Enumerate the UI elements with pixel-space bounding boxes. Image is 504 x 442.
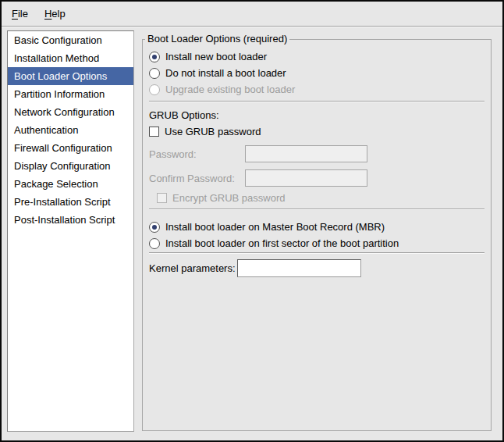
sidebar-item-network-configuration[interactable]: Network Configuration [8, 103, 133, 121]
sidebar-item-basic-configuration[interactable]: Basic Configuration [8, 31, 133, 49]
password-label: Password: [149, 148, 245, 160]
grub-options-label: GRUB Options: [149, 107, 484, 123]
separator [149, 252, 484, 254]
radio-icon [149, 238, 160, 249]
radio-label: Install boot loader on Master Boot Recor… [165, 221, 385, 233]
checkbox-use-grub-password[interactable]: Use GRUB password [149, 123, 484, 140]
radio-label: Do not install a boot loader [165, 67, 286, 79]
checkbox-encrypt-grub-password: Encrypt GRUB password [157, 190, 484, 206]
checkbox-icon [149, 127, 159, 137]
separator [149, 209, 484, 210]
kernel-parameters-label: Kernel parameters: [149, 262, 237, 274]
sidebar-item-installation-method[interactable]: Installation Method [8, 49, 133, 67]
sidebar-item-pre-installation-script[interactable]: Pre-Installation Script [8, 193, 133, 211]
sidebar-item-boot-loader-options[interactable]: Boot Loader Options [8, 67, 133, 85]
menu-file-rest: ile [18, 8, 28, 20]
radio-icon [149, 68, 160, 79]
password-input [245, 145, 367, 162]
menu-file-accel: F [12, 8, 18, 20]
radio-label: Install boot loader on first sector of t… [165, 237, 399, 249]
menu-help-rest: elp [51, 8, 65, 20]
sidebar-item-firewall-configuration[interactable]: Firewall Configuration [8, 139, 133, 157]
radio-label: Upgrade existing boot loader [165, 84, 295, 95]
kernel-parameters-row: Kernel parameters: [149, 259, 484, 277]
sidebar-item-partition-information[interactable]: Partition Information [8, 85, 133, 103]
section-list: Basic Configuration Installation Method … [7, 30, 134, 432]
sidebar-item-authentication[interactable]: Authentication [8, 121, 133, 139]
radio-icon [149, 84, 160, 95]
password-row: Password: [149, 145, 484, 162]
frame-title: Boot Loader Options (required) [145, 33, 289, 45]
radio-upgrade-existing-boot-loader: Upgrade existing boot loader [149, 81, 484, 98]
checkbox-icon [157, 193, 167, 203]
menubar-separator [2, 26, 502, 27]
menu-help-accel: H [44, 8, 51, 20]
checkbox-label: Use GRUB password [165, 126, 261, 137]
confirm-password-input [245, 169, 367, 187]
kernel-parameters-input[interactable] [237, 259, 361, 277]
radio-install-on-mbr[interactable]: Install boot loader on Master Boot Recor… [149, 219, 484, 235]
checkbox-label: Encrypt GRUB password [172, 192, 286, 204]
sidebar-item-display-configuration[interactable]: Display Configuration [8, 157, 133, 175]
boot-loader-options-frame: Boot Loader Options (required) Install n… [142, 39, 492, 431]
sidebar-item-package-selection[interactable]: Package Selection [8, 175, 133, 193]
menu-help[interactable]: Help [42, 6, 68, 21]
confirm-password-label: Confirm Password: [149, 173, 245, 184]
sidebar-item-post-installation-script[interactable]: Post-Installation Script [8, 211, 133, 229]
separator [149, 101, 484, 102]
radio-install-on-first-sector[interactable]: Install boot loader on first sector of t… [149, 235, 484, 251]
radio-icon [149, 222, 160, 233]
radio-label: Install new boot loader [165, 51, 267, 62]
radio-install-new-boot-loader[interactable]: Install new boot loader [149, 48, 484, 65]
menu-file[interactable]: File [9, 6, 30, 21]
confirm-password-row: Confirm Password: [149, 169, 484, 187]
radio-icon [149, 52, 160, 62]
menubar: File Help [2, 2, 502, 26]
kickstart-configurator-window: { "window": { "background": "#e7e7e7", "… [0, 0, 504, 442]
radio-do-not-install-boot-loader[interactable]: Do not install a boot loader [149, 65, 484, 81]
